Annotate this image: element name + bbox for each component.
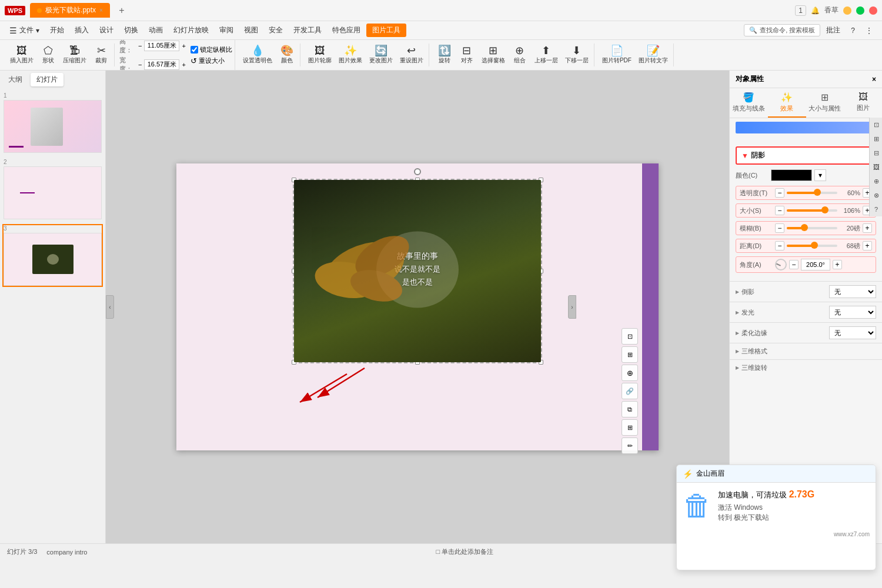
slide-item[interactable]: 1: [2, 91, 103, 154]
distance-thumb[interactable]: [811, 242, 818, 249]
sidebar-icon-6[interactable]: ⊗: [870, 188, 882, 202]
menu-review[interactable]: 审阅: [215, 23, 238, 38]
rotate-handle[interactable]: [414, 168, 421, 175]
menu-features[interactable]: 特色应用: [328, 23, 365, 38]
select-grid-button[interactable]: ⊞ 选择窗格: [479, 44, 508, 66]
tab-active[interactable]: 极光下载站.pptx ×: [30, 3, 110, 18]
user-number[interactable]: 1: [795, 5, 806, 16]
menu-insert[interactable]: 插入: [70, 23, 93, 38]
angle-minus-button[interactable]: −: [789, 260, 799, 269]
reflection-header[interactable]: ▶ 倒影 无: [730, 282, 882, 302]
size-minus-button[interactable]: −: [775, 206, 784, 215]
compress-image-button[interactable]: 🗜 压缩图片: [60, 44, 89, 66]
sidebar-icon-5[interactable]: ⊕: [870, 174, 882, 188]
img-tools-tab[interactable]: 图片工具: [366, 24, 406, 37]
crop-button[interactable]: ✂ 裁剪: [91, 44, 112, 66]
distance-slider[interactable]: [787, 245, 837, 247]
angle-input[interactable]: [801, 259, 830, 270]
right-collapse-button[interactable]: ›: [568, 295, 576, 319]
up-layer-button[interactable]: ⬆ 上移一层: [532, 44, 561, 66]
hamburger-menu[interactable]: ☰ 文件 ▾: [5, 23, 44, 38]
soft-edge-select[interactable]: 无: [829, 326, 876, 339]
main-slide-image[interactable]: 故事里的事 说不是就不是 是也不是: [294, 180, 541, 362]
minimize-button[interactable]: [843, 6, 851, 15]
lock-ratio-checkbox[interactable]: 锁定纵横比: [191, 45, 232, 54]
slide-item[interactable]: 2: [2, 158, 103, 220]
insert-image-button[interactable]: 🖼 插入图片: [7, 44, 36, 66]
panel-close-button[interactable]: ×: [872, 75, 876, 83]
height-input[interactable]: [144, 41, 179, 51]
side-copy-button[interactable]: ⧉: [622, 401, 638, 417]
side-link-button[interactable]: 🔗: [622, 383, 638, 399]
picture-tab[interactable]: 🖼 图片: [844, 88, 882, 118]
shape-button[interactable]: ⬠ 形状: [38, 44, 59, 66]
menu-transition[interactable]: 切换: [119, 23, 143, 38]
transparency-minus-button[interactable]: −: [775, 188, 784, 198]
width-input[interactable]: [144, 59, 179, 70]
img-to-text-button[interactable]: 📝 图片转文字: [636, 44, 671, 66]
width-plus[interactable]: +: [181, 61, 186, 68]
width-minus[interactable]: −: [137, 61, 143, 68]
reset-img-button[interactable]: ↩ 重设图片: [397, 44, 426, 66]
size-attr-tab[interactable]: ⊞ 大小与属性: [806, 88, 844, 118]
transparency-thumb[interactable]: [814, 189, 821, 196]
height-plus[interactable]: +: [181, 42, 186, 49]
rotate-button[interactable]: 🔃 旋转: [434, 44, 455, 66]
effects-tab[interactable]: ✨ 效果: [768, 88, 806, 118]
side-copy2-button[interactable]: ⊞: [622, 419, 638, 436]
maximize-button[interactable]: [856, 6, 864, 15]
menu-slideshow[interactable]: 幻灯片放映: [169, 23, 213, 38]
reflection-select[interactable]: 无: [829, 285, 876, 298]
glow-select[interactable]: 无: [829, 306, 876, 319]
new-tab-button[interactable]: +: [115, 4, 129, 18]
fill-stroke-tab[interactable]: 🪣 填充与线条: [730, 88, 768, 118]
annotate-menu[interactable]: 批注: [821, 23, 845, 38]
user-avatar[interactable]: 香草: [824, 5, 838, 15]
side-transform-button[interactable]: ⊞: [622, 346, 638, 363]
align-button[interactable]: ⊟ 对齐: [456, 44, 477, 66]
menu-view[interactable]: 视图: [239, 23, 263, 38]
color-button[interactable]: 🎨 颜色: [276, 44, 298, 66]
img-to-pdf-button[interactable]: 📄 图片转PDF: [599, 44, 634, 66]
tab-close-icon[interactable]: ×: [99, 7, 103, 14]
side-zoom-in-button[interactable]: ⊕: [622, 365, 638, 381]
left-collapse-button[interactable]: ‹: [106, 295, 114, 319]
size-thumb[interactable]: [821, 206, 828, 213]
side-edit-button[interactable]: ✏: [622, 437, 638, 454]
blur-minus-button[interactable]: −: [775, 223, 784, 233]
down-layer-button[interactable]: ⬇ 下移一层: [562, 44, 592, 66]
sidebar-icon-3[interactable]: ⊟: [870, 146, 882, 160]
transparency-slider[interactable]: [787, 192, 837, 194]
lock-ratio-check[interactable]: [191, 46, 198, 54]
3d-rotate-header[interactable]: ▶ 三维旋转: [730, 360, 882, 376]
search-command[interactable]: 🔍 查找命令, 搜索模板: [744, 24, 820, 36]
slide-item-active[interactable]: 3: [2, 224, 103, 287]
bell-icon[interactable]: 🔔: [811, 6, 820, 15]
reset-size-btn[interactable]: ↺ 重设大小: [191, 56, 232, 65]
sidebar-icon-7[interactable]: ?: [870, 202, 882, 216]
distance-minus-button[interactable]: −: [775, 241, 784, 250]
more-menu[interactable]: ⋮: [861, 24, 877, 37]
blur-plus-button[interactable]: +: [863, 223, 872, 233]
color-picker-box[interactable]: [771, 169, 812, 181]
img-effect-button[interactable]: ✨ 图片效果: [336, 44, 365, 66]
sidebar-icon-2[interactable]: ⊞: [870, 132, 882, 146]
sidebar-icon-4[interactable]: 🖼: [870, 160, 882, 174]
group-button[interactable]: ⊕ 组合: [509, 44, 530, 66]
blur-slider[interactable]: [787, 227, 837, 229]
height-minus[interactable]: −: [137, 42, 143, 49]
outline-tab[interactable]: 大纲: [2, 73, 28, 86]
sidebar-icon-1[interactable]: ⊡: [870, 118, 882, 132]
color-picker-button[interactable]: ▾: [814, 169, 826, 181]
menu-devtools[interactable]: 开发工具: [289, 23, 326, 38]
glow-header[interactable]: ▶ 发光 无: [730, 302, 882, 322]
transparent-color-button[interactable]: 💧 设置透明色: [240, 44, 275, 66]
img-carousel-button[interactable]: 🖼 图片轮廓: [305, 44, 335, 66]
side-resize-button[interactable]: ⊡: [622, 328, 638, 345]
help-menu[interactable]: ?: [846, 24, 860, 37]
shadow-header[interactable]: ▼ 阴影: [736, 146, 876, 165]
angle-plus-button[interactable]: +: [833, 260, 842, 269]
menu-start[interactable]: 开始: [45, 23, 69, 38]
slides-tab[interactable]: 幻灯片: [31, 73, 64, 86]
slide-canvas[interactable]: 故事里的事 说不是就不是 是也不是: [176, 163, 659, 450]
